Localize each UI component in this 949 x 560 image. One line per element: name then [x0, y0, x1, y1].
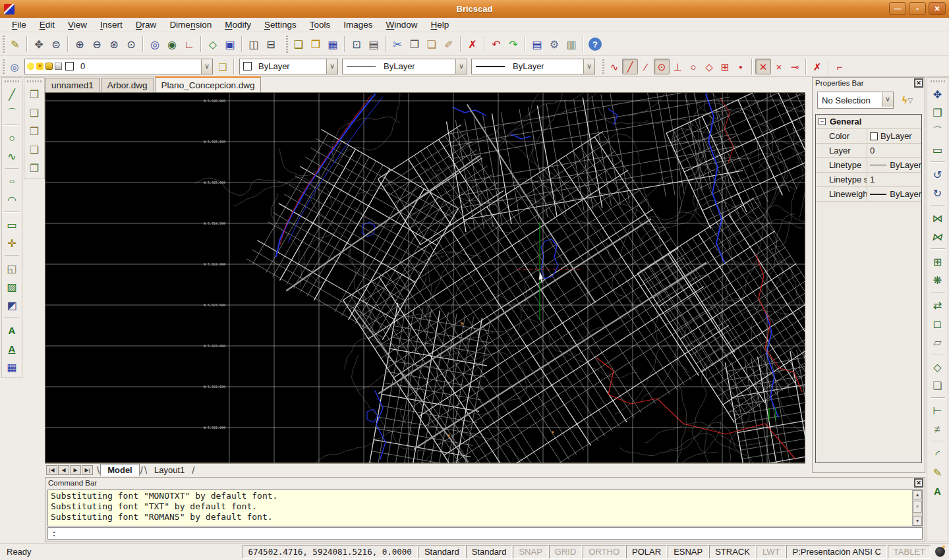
status-standard[interactable]: Standard [418, 545, 465, 559]
redo-icon[interactable]: ↷ [505, 36, 522, 53]
status-snap[interactable]: SNAP [513, 545, 548, 559]
print-preview-icon[interactable]: ⊡ [348, 36, 365, 53]
rotate-3d-icon[interactable]: ↻ [929, 184, 946, 202]
save-icon[interactable]: ▦ [324, 36, 341, 53]
snap-quadrant-icon[interactable]: ◇ [701, 59, 717, 74]
menu-tools[interactable]: Tools [303, 18, 337, 31]
send-to-back-icon[interactable]: ❏ [26, 104, 43, 121]
draw-hatch-icon[interactable]: ▨ [3, 278, 20, 295]
previous-layout-button[interactable]: ◀ [58, 465, 69, 475]
draw-circle-icon[interactable]: ○ [3, 129, 20, 146]
snap-tangent-icon[interactable]: ○ [685, 59, 701, 74]
quick-select-flash-icon[interactable]: ϟ [902, 95, 907, 105]
properties-list-icon[interactable]: ▤ [529, 36, 546, 53]
color-dropdown[interactable]: ByLayer ∨ [239, 59, 338, 74]
rotate-icon[interactable]: ↺ [929, 166, 946, 183]
document-tab-unnamed1[interactable]: unnamed1 [45, 78, 100, 92]
zoom-realtime-icon[interactable]: ⊜ [47, 36, 65, 53]
clear-snaps-icon[interactable]: ✗ [809, 59, 825, 74]
copy-nested-icon[interactable]: ❏ [929, 377, 946, 394]
collapse-icon[interactable]: − [819, 118, 826, 125]
cut-icon[interactable]: ✂ [389, 36, 406, 53]
menu-insert[interactable]: Insert [94, 18, 129, 31]
menu-modify[interactable]: Modify [218, 18, 258, 31]
layer-states-icon[interactable]: ❑ [215, 59, 231, 74]
draw-text-icon[interactable]: A [3, 322, 20, 339]
view-3d-icon[interactable]: ◇ [204, 36, 221, 53]
drawing-explorer-icon[interactable]: ▥ [563, 36, 580, 53]
drawing-canvas[interactable]: N 5.926.000N 5.925.500N 5.925.000N 5.924… [45, 92, 805, 463]
explode-icon[interactable]: ◇ [929, 358, 946, 376]
menu-window[interactable]: Window [380, 18, 424, 31]
selection-dropdown[interactable]: No Selection ∨ [817, 92, 894, 109]
status-tablet[interactable]: TABLET [888, 545, 931, 559]
draw-table-icon[interactable]: ▦ [3, 358, 20, 376]
toolbar-grip[interactable] [602, 58, 604, 74]
regen-icon[interactable]: ◎ [146, 36, 163, 53]
status-grid[interactable]: GRID [549, 545, 583, 559]
status-bomb[interactable] [931, 544, 949, 560]
properties-close-icon[interactable]: ✕ [914, 78, 923, 88]
draw-spline-icon[interactable]: ∿ [3, 148, 20, 165]
property-value[interactable]: ByLayer [867, 189, 921, 199]
draw-region-icon[interactable]: ◱ [3, 260, 20, 277]
scroll-up-icon[interactable]: ▲ [913, 490, 922, 499]
tile-horizontal-icon[interactable]: ◫ [245, 36, 262, 53]
snap-apparent-intersection-icon[interactable]: × [771, 59, 787, 74]
format-painter-icon[interactable]: ✐ [440, 36, 457, 53]
explore-layers-icon[interactable]: ◎ [7, 59, 22, 74]
tab-model[interactable]: Model [100, 464, 140, 476]
new-file-icon[interactable]: ❑ [290, 36, 307, 53]
trim-icon[interactable]: ▱ [929, 333, 946, 350]
tile-vertical-icon[interactable]: ⊟ [262, 36, 279, 53]
zoom-in-icon[interactable]: ⊕ [71, 36, 88, 53]
draw-image-icon[interactable]: ◩ [3, 296, 20, 314]
scroll-thumb[interactable]: ≡ [913, 501, 922, 513]
color-dropdown-arrow[interactable]: ∨ [326, 59, 337, 74]
menu-images[interactable]: Images [337, 18, 379, 31]
minimize-button[interactable]: — [889, 2, 906, 15]
menu-settings[interactable]: Settings [258, 18, 303, 31]
status-esnap[interactable]: ESNAP [668, 545, 708, 559]
edit-polyline-icon[interactable]: ✎ [929, 464, 946, 481]
layer-dropdown-arrow[interactable]: ∨ [201, 59, 212, 74]
menu-edit[interactable]: Edit [33, 18, 61, 31]
status-ortho[interactable]: ORTHO [583, 545, 625, 559]
command-bar-close-icon[interactable]: ✕ [914, 478, 923, 488]
edit-text-icon[interactable]: A [929, 482, 946, 499]
stretch-icon[interactable]: ▭ [929, 141, 946, 158]
scroll-down-icon[interactable]: ▼ [913, 517, 922, 526]
layer-dropdown[interactable]: ✶ 0 ∨ [24, 59, 213, 74]
undo-icon[interactable]: ↶ [488, 36, 505, 53]
menu-file[interactable]: File [5, 18, 33, 31]
property-value[interactable]: ByLayer [867, 131, 921, 141]
help-icon[interactable]: ? [589, 38, 602, 51]
lineweight-dropdown[interactable]: ByLayer ∨ [471, 59, 595, 74]
first-layout-button[interactable]: |◀ [46, 465, 57, 475]
zoom-previous-icon[interactable]: ⊙ [123, 36, 140, 53]
view-eye-icon[interactable]: ◉ [163, 36, 181, 53]
snap-endpoint-icon[interactable]: ╱ [622, 59, 638, 74]
fillet-icon[interactable]: ◜ [929, 445, 946, 462]
snap-intersection-icon[interactable]: ✕ [755, 59, 771, 74]
draw-ellipse-icon[interactable]: ○ [3, 176, 20, 187]
lengthen-icon[interactable]: ⊢ [929, 402, 946, 419]
last-layout-button[interactable]: ▶| [82, 465, 93, 475]
draw-point-icon[interactable]: ✛ [3, 235, 20, 252]
order-group-icon[interactable]: ❐ [26, 159, 43, 177]
redline-icon[interactable]: ✎ [7, 36, 24, 53]
maximize-button[interactable]: ▫ [909, 2, 926, 15]
toolbar-grip[interactable] [286, 34, 288, 53]
draw-line-icon[interactable]: ╱ [3, 86, 20, 103]
toolbar-grip[interactable] [3, 34, 5, 53]
mirror-3d-icon[interactable]: ⋈ [927, 228, 948, 245]
draw-rectangle-icon[interactable]: ▭ [3, 216, 20, 233]
section-general[interactable]: −General [816, 115, 921, 129]
draw-arc-icon[interactable]: ⌒ [3, 104, 20, 121]
move-icon[interactable]: ✥ [929, 86, 946, 103]
toolbar-grip[interactable] [931, 80, 945, 82]
document-tab-arbor-dwg[interactable]: Arbor.dwg [101, 78, 154, 92]
snap-insertion-icon[interactable]: ⊞ [717, 59, 733, 74]
menu-draw[interactable]: Draw [129, 18, 163, 31]
status-standard[interactable]: Standard [466, 545, 513, 559]
